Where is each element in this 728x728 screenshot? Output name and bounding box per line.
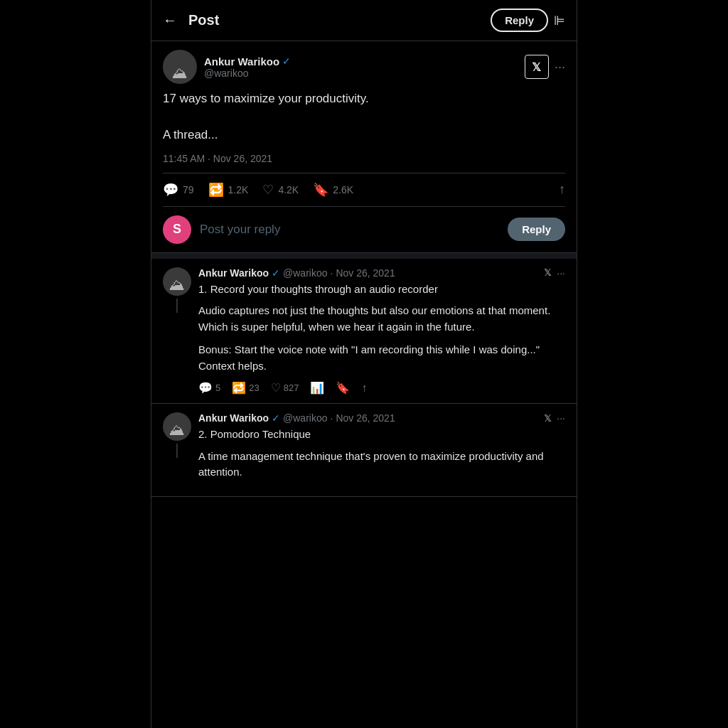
thread-line-1 [176,299,178,313]
reply-left-1 [163,267,191,313]
post-actions-right: 𝕏 ··· [525,55,565,79]
reply-date-1: · [331,267,333,279]
reply-author-name-2: Ankur Warikoo [198,412,269,424]
reply-avatar-1 [163,267,191,296]
reply-bookmark-stat-1[interactable]: 🔖 [336,381,350,395]
share-stat[interactable]: ↑ [559,182,565,197]
reply-like-count-1: 827 [284,382,299,393]
retweet-stat[interactable]: 🔁 1.2K [208,182,249,198]
x-logo-icon: 𝕏 [525,55,549,79]
thread-reply-1: Ankur Warikoo ✓ @warikoo · Nov 26, 2021 … [151,259,577,405]
x-logo-reply-2: 𝕏 [544,413,551,424]
comment-count: 79 [183,184,194,196]
app-container: ← Post Reply ⊫ Ankur Warikoo ✓ @warikoo [151,0,577,728]
reply-meta-row-2: Ankur Warikoo ✓ @warikoo · Nov 26, 2021 … [198,412,565,424]
author-info: Ankur Warikoo ✓ @warikoo [163,50,291,84]
reply-body-2: A time management technique that's prove… [198,449,565,481]
comment-stat[interactable]: 💬 79 [163,182,194,198]
reply-left-2 [163,412,191,458]
avatar [163,50,197,84]
reply-comment-count-1: 5 [215,382,220,393]
reply-meta-left-2: Ankur Warikoo ✓ @warikoo · Nov 26, 2021 [198,412,395,424]
back-button[interactable]: ← [163,12,177,28]
like-stat[interactable]: ♡ 4.2K [262,182,299,198]
reply-box: S Post your reply Reply [151,207,577,253]
retweet-icon: 🔁 [208,182,224,198]
reply-share-stat-1[interactable]: ↑ [361,382,367,395]
reply-stats-1: 💬 5 🔁 23 ♡ 827 📊 [198,381,565,395]
thread-reply-2: Ankur Warikoo ✓ @warikoo · Nov 26, 2021 … [151,404,577,497]
like-count: 4.2K [278,184,299,196]
reply-analytics-icon-1: 📊 [310,381,324,395]
reply-retweet-count-1: 23 [249,382,259,393]
reply-author-name-1: Ankur Warikoo [198,267,269,279]
main-post: Ankur Warikoo ✓ @warikoo 𝕏 ··· 17 ways t… [151,41,577,207]
reply-share-icon-1: ↑ [361,382,367,395]
header-right: Reply ⊫ [491,9,565,32]
header-reply-button[interactable]: Reply [491,9,548,32]
reply-avatar-2 [163,412,191,441]
bookmark-icon: 🔖 [313,182,328,198]
reply-meta-icons-1: 𝕏 ··· [544,267,565,279]
post-text-line2: A thread... [163,126,565,144]
page-title: Post [188,12,219,28]
reply-bookmark-icon-1: 🔖 [336,381,350,395]
reply-meta-row-1: Ankur Warikoo ✓ @warikoo · Nov 26, 2021 … [198,267,565,279]
reply-retweet-stat-1[interactable]: 🔁 23 [232,381,259,395]
reply-comment-icon-1: 💬 [198,381,213,395]
reply-author-row-1: Ankur Warikoo ✓ @warikoo · Nov 26, 2021 … [163,267,565,395]
comment-icon: 💬 [163,182,178,198]
reply-placeholder: Post your reply [200,223,280,237]
stats-bar: 💬 79 🔁 1.2K ♡ 4.2K 🔖 2.6K ↑ [163,173,565,207]
reply-date-text-2: Nov 26, 2021 [336,412,395,424]
heart-icon: ♡ [262,182,274,198]
reply-content-1: Ankur Warikoo ✓ @warikoo · Nov 26, 2021 … [198,267,565,395]
post-timestamp: 11:45 AM · Nov 26, 2021 [163,153,565,164]
reply-author-row-2: Ankur Warikoo ✓ @warikoo · Nov 26, 2021 … [163,412,565,488]
reply-comment-stat-1[interactable]: 💬 5 [198,381,220,395]
reply-verified-1: ✓ [272,267,280,279]
author-name-row: Ankur Warikoo ✓ [204,55,291,68]
reply-headline-1: 1. Record your thoughts through an audio… [198,282,565,298]
author-handle: @warikoo [204,68,291,79]
filter-icon[interactable]: ⊫ [554,13,565,28]
reply-content-2: Ankur Warikoo ✓ @warikoo · Nov 26, 2021 … [198,412,565,488]
bookmark-stat[interactable]: 🔖 2.6K [313,182,353,198]
reply-button[interactable]: Reply [508,218,565,241]
verified-badge: ✓ [282,55,291,67]
reply-retweet-icon-1: 🔁 [232,381,246,395]
reply-like-stat-1[interactable]: ♡ 827 [271,381,299,395]
x-logo-reply-1: 𝕏 [544,267,551,278]
header-left: ← Post [163,12,219,28]
reply-meta-icons-2: 𝕏 ··· [544,412,565,424]
header: ← Post Reply ⊫ [151,0,577,41]
reply-bonus-1: Bonus: Start the voice note with "I am r… [198,342,565,374]
reply-headline-2: 2. Pomodoro Technique [198,427,565,443]
post-text-line1: 17 ways to maximize your productivity. [163,90,565,108]
reply-input[interactable]: Post your reply [200,223,499,237]
post-content: 17 ways to maximize your productivity. A… [163,90,565,144]
reply-body-1: Audio captures not just the thoughts but… [198,303,565,335]
thread-line-2 [176,444,178,458]
reply-date-text-1: Nov 26, 2021 [336,267,395,279]
author-details: Ankur Warikoo ✓ @warikoo [204,55,291,79]
more-icon-reply-2[interactable]: ··· [557,412,565,424]
more-icon-reply-1[interactable]: ··· [557,267,565,279]
current-user-avatar: S [163,215,191,244]
post-author-row: Ankur Warikoo ✓ @warikoo 𝕏 ··· [163,50,565,84]
author-name: Ankur Warikoo [204,55,279,68]
reply-handle-2: @warikoo [283,412,327,424]
thread-section: Ankur Warikoo ✓ @warikoo · Nov 26, 2021 … [151,253,577,497]
reply-analytics-stat-1[interactable]: 📊 [310,381,324,395]
retweet-count: 1.2K [228,184,249,196]
bookmark-count: 2.6K [333,184,353,196]
reply-verified-2: ✓ [272,412,280,424]
reply-handle-1: @warikoo [283,267,327,279]
share-icon: ↑ [559,182,565,197]
reply-meta-left-1: Ankur Warikoo ✓ @warikoo · Nov 26, 2021 [198,267,395,279]
more-options-icon[interactable]: ··· [555,60,565,75]
reply-date-2: · [331,412,333,424]
reply-heart-icon-1: ♡ [271,381,281,395]
